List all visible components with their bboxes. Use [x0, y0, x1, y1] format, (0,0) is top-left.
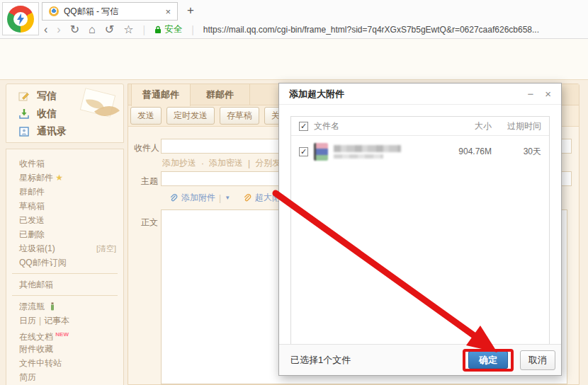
large-attachment-dialog: 添加超大附件 − × ✓ 文件名 大小 过期时间 ✓ 904.76M 30天 [278, 83, 562, 376]
subject-label: 主题 [141, 176, 158, 188]
back-icon[interactable]: ‹ [44, 23, 47, 36]
sidebar-item-label: 通讯录 [37, 125, 67, 138]
file-size: 904.76M [448, 146, 492, 156]
sidebar-folder-group-mail[interactable]: 群邮件 [6, 185, 123, 199]
sidebar-item-file-transfer[interactable]: 文件中转站 [6, 356, 123, 370]
chevron-down-icon[interactable]: ▼ [225, 195, 230, 201]
paperclip-icon [243, 193, 251, 202]
new-badge: NEW [55, 331, 69, 338]
sidebar-item-other-mailboxes[interactable]: 其他邮箱 [6, 277, 123, 292]
dialog-footer: 已选择1个文件 确定 取消 [279, 344, 561, 375]
cancel-button[interactable]: 取消 [520, 350, 555, 370]
bookmark-star-icon[interactable]: ☆ [123, 23, 133, 36]
lock-icon [154, 25, 162, 34]
body-label: 正文 [141, 217, 158, 229]
empty-trash-link[interactable]: [清空] [96, 241, 116, 255]
sidebar-folder-starred[interactable]: 星标邮件 ★ [6, 171, 123, 185]
security-label: 安全 [164, 23, 182, 35]
minimize-icon[interactable]: − [527, 88, 533, 100]
tab-title: QQ邮箱 - 写信 [64, 6, 118, 18]
add-bcc-link[interactable]: 添加密送 [209, 157, 243, 169]
qq-mail-compose-screen: QQ邮箱 - 写信 × + ‹ › ↻ ⌂ ↺ ☆ | 安全 | https:/… [0, 0, 588, 385]
star-icon: ★ [55, 173, 63, 183]
tab-normal-mail[interactable]: 普通邮件 [131, 84, 191, 106]
sidebar-folder-sent[interactable]: 已发送 [6, 213, 123, 227]
selected-count-text: 已选择1个文件 [290, 354, 351, 367]
sidebar-item-attachment-favorites[interactable]: 附件收藏 [6, 342, 123, 356]
sidebar-item-label: 收信 [37, 108, 57, 120]
filename-header: 文件名 [314, 120, 339, 132]
scheduled-send-button[interactable]: 定时发送 [166, 107, 215, 125]
media-file-icon [314, 143, 328, 161]
close-icon[interactable]: × [545, 88, 551, 100]
sidebar-item-calendar-notes[interactable]: 日历|记事本 [6, 314, 123, 328]
mail-header: M il QQ邮箱 mail.qq.com 邮箱首页 | 设置 - 换肤 [0, 39, 588, 79]
sidebar-item-drift-bottle[interactable]: 漂流瓶 [6, 299, 123, 314]
file-list-header: ✓ 文件名 大小 过期时间 [291, 117, 549, 136]
sidebar-folders: 收件箱 星标邮件 ★ 群邮件 草稿箱 已发送 已删除 [清空]垃圾箱(1) QQ… [6, 149, 124, 385]
size-header: 大小 [448, 120, 492, 132]
forward-icon[interactable]: › [57, 23, 60, 36]
save-draft-button[interactable]: 存草稿 [220, 107, 259, 125]
select-all-checkbox[interactable]: ✓ [299, 122, 308, 131]
divider [12, 273, 118, 274]
sidebar-item-online-docs[interactable]: 在线文档 NEW [6, 328, 123, 342]
home-icon[interactable]: ⌂ [89, 23, 96, 36]
cc-bcc-links: 添加抄送 · 添加密送 | 分别发送 [162, 157, 289, 169]
refresh-icon[interactable]: ↻ [70, 23, 79, 36]
divider: | [142, 24, 145, 35]
new-tab-button[interactable]: + [187, 4, 194, 18]
address-url[interactable]: https://mail.qq.com/cgi-bin/frame_html?s… [203, 25, 539, 35]
file-expiry: 30天 [497, 146, 541, 158]
add-cc-link[interactable]: 添加抄送 [162, 157, 196, 169]
send-button[interactable]: 发送 [130, 107, 162, 125]
compose-pencil-icon [18, 91, 30, 102]
sidebar-folder-subscriptions[interactable]: QQ邮件订阅 [6, 255, 123, 270]
receive-mail-icon [18, 108, 30, 120]
sidebar-folder-drafts[interactable]: 草稿箱 [6, 199, 123, 213]
browser-chrome: QQ邮箱 - 写信 × + ‹ › ↻ ⌂ ↺ ☆ | 安全 | https:/… [0, 0, 588, 39]
contacts-icon [18, 126, 30, 137]
expire-header: 过期时间 [497, 120, 541, 132]
browser-logo-button[interactable] [2, 2, 39, 35]
security-indicator[interactable]: 安全 [154, 23, 182, 35]
sidebar-folder-deleted[interactable]: 已删除 [6, 227, 123, 241]
browser-logo-icon [7, 6, 34, 33]
add-attachment-link[interactable]: 添加附件 [181, 192, 215, 204]
redacted-filename [334, 145, 401, 159]
recipient-label: 收件人 [132, 142, 159, 154]
tab-close-icon[interactable]: × [165, 6, 171, 17]
sidebar-item-contacts[interactable]: 通讯录 [6, 122, 123, 140]
lightning-icon [16, 13, 26, 25]
sidebar-item-compose[interactable]: 写信 [6, 87, 123, 105]
tab-group-mail[interactable]: 群邮件 [191, 84, 250, 105]
sidebar-actions: 写信 收信 通讯录 [6, 84, 124, 143]
bottle-icon [50, 302, 55, 311]
calendar-link[interactable]: 日历 [19, 316, 36, 326]
file-checkbox[interactable]: ✓ [299, 147, 308, 156]
sidebar-item-resume[interactable]: 简历 [6, 370, 123, 384]
sidebar-folder-inbox[interactable]: 收件箱 [6, 156, 123, 171]
notes-link[interactable]: 记事本 [44, 316, 69, 326]
confirm-button[interactable]: 确定 [468, 351, 508, 369]
dialog-title: 添加超大附件 [289, 88, 344, 100]
sidebar-item-label: 写信 [37, 90, 57, 103]
file-row[interactable]: ✓ 904.76M 30天 [291, 136, 549, 167]
paperclip-icon [169, 193, 178, 202]
browser-navbar: ‹ › ↻ ⌂ ↺ ☆ | 安全 | https://mail.qq.com/c… [44, 20, 539, 39]
divider: | [191, 24, 194, 35]
sidebar-item-inbox-check[interactable]: 收信 [6, 105, 123, 122]
browser-tab[interactable]: QQ邮箱 - 写信 × [42, 2, 178, 21]
divider [12, 295, 118, 296]
dialog-titlebar: 添加超大附件 − × [279, 84, 561, 105]
sidebar-folder-trash[interactable]: [清空]垃圾箱(1) [6, 241, 123, 255]
undo-icon[interactable]: ↺ [105, 23, 114, 36]
file-list: ✓ 文件名 大小 过期时间 ✓ 904.76M 30天 [290, 116, 550, 345]
qqmail-favicon [49, 6, 59, 16]
